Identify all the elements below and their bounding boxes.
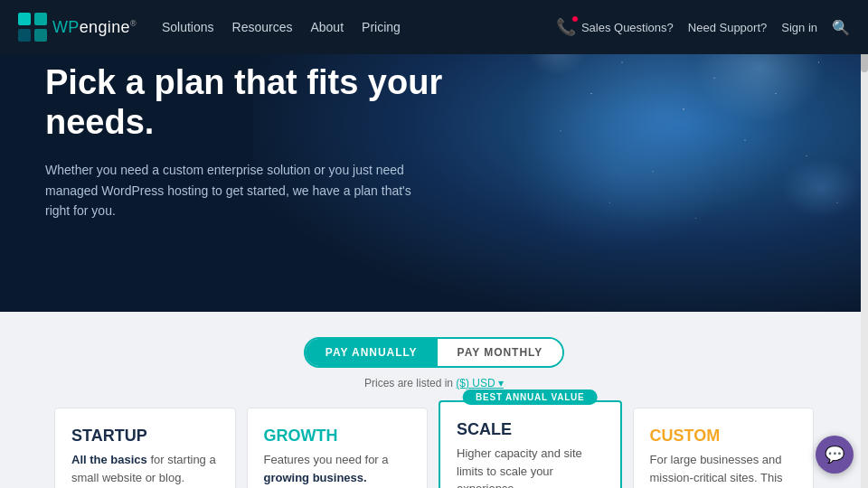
svg-rect-2 [34, 13, 47, 25]
startup-desc-bold: All the basics [71, 453, 147, 466]
pay-monthly-button[interactable]: PAY MONTHLY [438, 339, 563, 366]
growth-desc: Features you need for a growing business… [264, 451, 411, 486]
scale-title: SCALE [457, 420, 604, 439]
logo-text: WPengine® [52, 18, 137, 37]
nav-pricing[interactable]: Pricing [362, 20, 401, 34]
nav-resources[interactable]: Resources [232, 20, 293, 34]
startup-desc: All the basics for starting a small webs… [71, 451, 219, 486]
best-value-badge: BEST ANNUAL VALUE [463, 389, 598, 405]
scrollbar-track[interactable] [861, 0, 868, 488]
logo[interactable]: WPengine® [18, 13, 137, 42]
hero-subtitle: Whether you need a custom enterprise sol… [45, 160, 434, 221]
need-support[interactable]: Need Support? [688, 21, 767, 34]
sales-questions[interactable]: 📞 Sales Questions? [556, 17, 674, 37]
pricing-section: PAY ANNUALLY PAY MONTHLY Prices are list… [0, 312, 868, 488]
growth-plan-card: GROWTH Features you need for a growing b… [247, 408, 429, 488]
nav-solutions[interactable]: Solutions [162, 20, 214, 34]
plans-row: STARTUP All the basics for starting a sm… [0, 408, 868, 488]
currency-note: Prices are listed in ($) USD ▾ [364, 377, 504, 389]
navbar: WPengine® Solutions Resources About Pric… [0, 0, 868, 54]
billing-toggle: PAY ANNUALLY PAY MONTHLY [304, 337, 564, 368]
nav-links: Solutions Resources About Pricing [162, 20, 556, 34]
sign-in[interactable]: Sign in [781, 21, 817, 34]
chat-button[interactable]: 💬 [816, 436, 854, 474]
currency-link[interactable]: ($) USD ▾ [456, 377, 504, 389]
nav-about[interactable]: About [310, 20, 344, 34]
search-icon[interactable]: 🔍 [832, 19, 850, 36]
scale-desc: Higher capacity and site limits to scale… [457, 445, 604, 488]
pay-annually-button[interactable]: PAY ANNUALLY [306, 339, 438, 366]
svg-rect-0 [18, 13, 31, 25]
chat-icon: 💬 [825, 445, 844, 465]
startup-plan-card: STARTUP All the basics for starting a sm… [54, 408, 236, 488]
custom-desc: For large businesses and mission-critica… [650, 451, 797, 486]
svg-rect-1 [18, 29, 31, 42]
nav-right: 📞 Sales Questions? Need Support? Sign in… [556, 17, 850, 37]
phone-icon: 📞 [556, 17, 576, 37]
svg-rect-3 [34, 29, 47, 42]
scale-plan-card: BEST ANNUAL VALUE SCALE Higher capacity … [439, 400, 622, 488]
hero-title: Pick a plan that fits your needs. [45, 63, 497, 142]
hero-content: Pick a plan that fits your needs. Whethe… [45, 63, 497, 221]
growth-title: GROWTH [264, 427, 411, 446]
custom-title: CUSTOM [650, 427, 797, 446]
startup-title: STARTUP [71, 427, 219, 446]
custom-plan-card: CUSTOM For large businesses and mission-… [633, 408, 815, 488]
